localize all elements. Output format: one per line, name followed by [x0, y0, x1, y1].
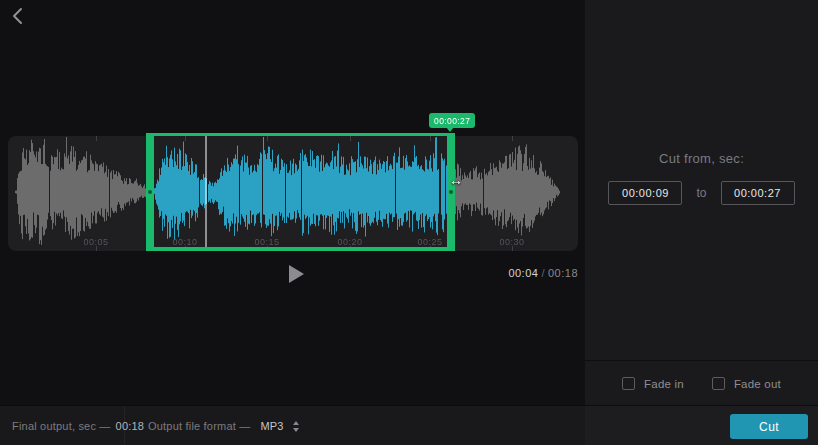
audio-cutter-app: 00:05 00:10 00:15 00:20 00:25 00:30 00:0…: [0, 0, 818, 445]
output-format-value: MP3: [260, 420, 283, 432]
cut-from-input[interactable]: [608, 181, 682, 205]
fade-out-option[interactable]: Fade out: [712, 377, 781, 390]
chevron-left-icon: [12, 7, 24, 25]
selection-time-badge: 00:00:27: [429, 113, 475, 128]
final-output-info: Final output, sec — 00:18: [12, 406, 144, 445]
selection-region[interactable]: [146, 133, 455, 251]
fade-out-checkbox[interactable]: [712, 377, 725, 390]
play-button[interactable]: [280, 260, 308, 288]
output-format-select[interactable]: Output file format — MP3: [148, 406, 299, 445]
cut-button[interactable]: Cut: [730, 414, 808, 439]
selection-handle-right[interactable]: [447, 133, 455, 251]
fade-options: Fade in Fade out: [585, 360, 818, 406]
total-time: 00:18: [548, 267, 578, 279]
cut-range-inputs: to: [585, 181, 818, 205]
final-output-label: Final output, sec —: [12, 420, 111, 432]
to-label: to: [696, 186, 706, 200]
cut-to-input[interactable]: [721, 181, 795, 205]
output-format-label: Output file format —: [148, 420, 250, 432]
time-separator: /: [538, 267, 548, 279]
cut-from-label: Cut from, sec:: [585, 151, 818, 166]
badge-pointer: [446, 127, 454, 132]
time-tick-label: 00:30: [499, 237, 524, 247]
stepper-up-arrow: [293, 421, 299, 425]
time-tick-label: 00:05: [83, 237, 108, 247]
format-stepper-icon[interactable]: [293, 421, 299, 432]
cut-panel: Cut from, sec: to Fade in Fade out: [585, 0, 818, 405]
playback-time: 00:04/00:18: [458, 267, 578, 279]
stepper-down-arrow: [293, 428, 299, 432]
current-time: 00:04: [508, 267, 538, 279]
selection-handle-left[interactable]: [146, 133, 154, 251]
back-button[interactable]: [8, 6, 28, 26]
final-output-value: 00:18: [116, 420, 145, 432]
handle-grip-dot: [148, 190, 152, 194]
fade-out-label: Fade out: [734, 378, 781, 390]
handle-grip-dot: [449, 190, 453, 194]
fade-in-checkbox[interactable]: [622, 377, 635, 390]
play-icon: [289, 265, 304, 283]
resize-cursor-icon: ↔: [449, 172, 463, 188]
bottom-bar: Final output, sec — 00:18 Output file fo…: [0, 405, 818, 445]
fade-in-option[interactable]: Fade in: [622, 377, 684, 390]
selection-time-badge-text: 00:00:27: [434, 116, 470, 126]
fade-in-label: Fade in: [644, 378, 684, 390]
